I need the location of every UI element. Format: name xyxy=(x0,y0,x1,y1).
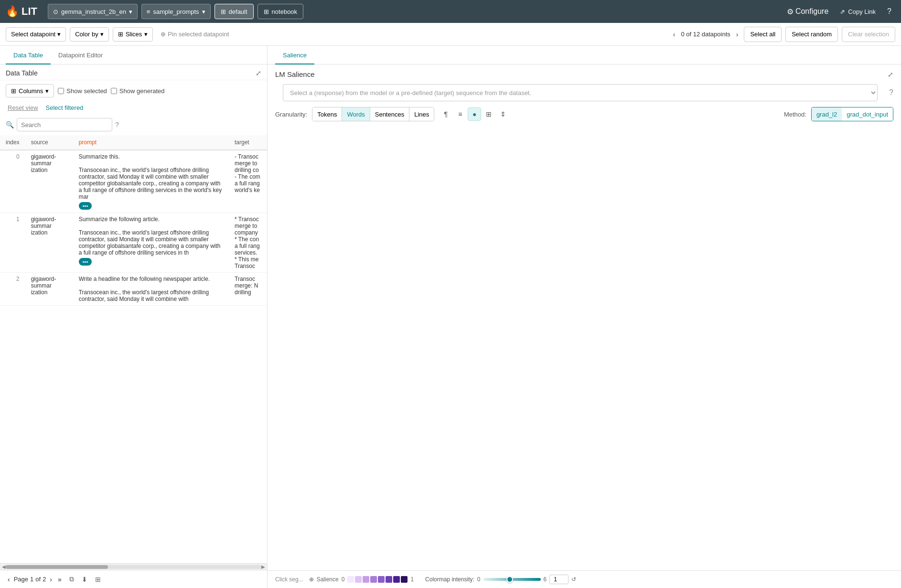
select-all-button[interactable]: Select all xyxy=(744,27,782,42)
copy-link-button[interactable]: ⇗ Copy Link xyxy=(836,6,880,17)
dataset-dropdown[interactable]: ≡ sample_prompts ▾ xyxy=(141,4,211,19)
adjust-icon[interactable]: ⇕ xyxy=(496,107,510,121)
prev-page-button[interactable]: ‹ xyxy=(6,575,12,584)
search-help-icon[interactable]: ? xyxy=(115,121,119,128)
color-by-button[interactable]: Color by ▾ xyxy=(70,27,108,42)
select-datapoint-chevron-icon: ▾ xyxy=(57,31,61,38)
page-current: 1 xyxy=(30,576,33,583)
circle-fill-icon[interactable]: ● xyxy=(468,107,481,121)
color-box-7 xyxy=(393,576,400,583)
reset-intensity-icon[interactable]: ↺ xyxy=(571,576,576,583)
select-datapoint-button[interactable]: Select datapoint ▾ xyxy=(6,27,66,42)
clear-selection-label: Clear selection xyxy=(848,31,889,38)
show-selected-checkbox[interactable] xyxy=(58,88,64,94)
search-input[interactable] xyxy=(17,118,112,131)
show-generated-checkbox[interactable] xyxy=(111,88,117,94)
colormap-row: Colormap intensity: 0 6 ↺ xyxy=(425,575,576,584)
row-0-more-button[interactable]: ••• xyxy=(79,202,92,210)
next-datapoint-button[interactable]: › xyxy=(734,30,740,39)
gran-btn-lines[interactable]: Lines xyxy=(409,107,434,121)
col-header-source: source xyxy=(25,135,73,150)
settings-table-button[interactable]: ⊞ xyxy=(93,575,103,584)
columns-button[interactable]: ⊞ Columns ▾ xyxy=(6,84,54,97)
tab-datapoint-editor[interactable]: Datapoint Editor xyxy=(51,46,110,64)
tab-salience[interactable]: Salience xyxy=(275,46,314,64)
select-random-button[interactable]: Select random xyxy=(785,27,838,42)
prev-datapoint-button[interactable]: ‹ xyxy=(671,30,677,39)
view-notebook-button[interactable]: ⊞ notebook xyxy=(257,4,304,19)
select-filtered-button[interactable]: Select filtered xyxy=(44,103,86,112)
list-icon[interactable]: ≡ xyxy=(453,107,467,121)
row-0-index: 0 xyxy=(0,150,25,213)
colormap-slider[interactable] xyxy=(483,578,541,581)
row-2-index: 2 xyxy=(0,273,25,306)
gran-btn-words[interactable]: Words xyxy=(342,107,370,121)
intensity-input[interactable] xyxy=(549,575,568,584)
salience-dropdown-row: Select a (response) from the model or a … xyxy=(275,84,893,101)
row-1-more-button[interactable]: ••• xyxy=(79,258,92,266)
click-seg-label: Click seg... xyxy=(275,576,303,583)
granularity-button-group: Tokens Words Sentences Lines xyxy=(312,107,434,121)
reset-view-button[interactable]: Reset view xyxy=(6,103,40,112)
right-panel: Salience LM Salience ⤢ Select a (respons… xyxy=(268,46,901,588)
tab-salience-label: Salience xyxy=(283,52,307,59)
app-title: LIT xyxy=(21,5,37,18)
table-actions: Reset view Select filtered xyxy=(0,101,267,116)
help-button[interactable]: ? xyxy=(883,5,895,18)
salience-sequence-dropdown[interactable]: Select a (response) from the model or a … xyxy=(283,84,878,101)
tab-data-table[interactable]: Data Table xyxy=(6,46,51,64)
data-table-scroll[interactable]: index source prompt target 0 gigaword-su… xyxy=(0,135,267,563)
download-table-button[interactable]: ⬇ xyxy=(80,575,89,584)
gear-icon: ⚙ xyxy=(787,7,794,16)
method-btn-grad-l2[interactable]: grad_l2 xyxy=(812,107,842,121)
show-selected-checkbox-label[interactable]: Show selected xyxy=(58,87,107,95)
method-btn-grad-dot-input[interactable]: grad_dot_input xyxy=(842,107,893,121)
page-separator: of xyxy=(35,576,41,583)
right-panel-tabs: Salience xyxy=(268,46,901,64)
table-row[interactable]: 0 gigaword-summar ization Summarize this… xyxy=(0,150,267,213)
row-0-target: - Transocmerge todrilling co- The coma f… xyxy=(229,150,267,213)
model-label: gemma_instruct_2b_en xyxy=(61,8,126,15)
copy-icon: ⧉ xyxy=(69,575,74,583)
next-page-button[interactable]: › xyxy=(48,575,54,584)
scroll-left-arrow[interactable]: ◀ xyxy=(2,564,6,569)
grid-icon: ⊞ xyxy=(221,8,226,15)
scroll-right-arrow[interactable]: ▶ xyxy=(261,564,265,569)
salience-legend: ⊕ Salience 0 1 xyxy=(309,576,414,583)
dataset-chevron-icon: ▾ xyxy=(202,8,205,15)
clear-selection-button[interactable]: Clear selection xyxy=(842,27,895,42)
show-generated-checkbox-label[interactable]: Show generated xyxy=(111,87,165,95)
paragraph-icon[interactable]: ¶ xyxy=(439,107,452,121)
copy-table-button[interactable]: ⧉ xyxy=(67,574,76,584)
page-navigation: ‹ Page 1 of 2 › » xyxy=(6,575,64,584)
table-controls: ⊞ Columns ▾ Show selected Show generated xyxy=(0,80,267,101)
granularity-label: Granularity: xyxy=(275,111,307,118)
table-row[interactable]: 1 gigaword-summar ization Summarize the … xyxy=(0,213,267,273)
color-box-8 xyxy=(401,576,408,583)
grid-icon[interactable]: ⊞ xyxy=(482,107,495,121)
expand-icon[interactable]: ⤢ xyxy=(256,69,261,77)
salience-help-icon[interactable]: ? xyxy=(889,88,893,97)
salience-expand-icon[interactable]: ⤢ xyxy=(888,71,893,78)
scroll-thumb[interactable] xyxy=(6,565,108,569)
page-total: 2 xyxy=(43,576,46,583)
gran-btn-sentences[interactable]: Sentences xyxy=(370,107,409,121)
dataset-icon: ≡ xyxy=(147,8,150,15)
table-row[interactable]: 2 gigaword-summar ization Write a headli… xyxy=(0,273,267,306)
show-selected-label: Show selected xyxy=(66,87,107,95)
select-random-label: Select random xyxy=(792,31,832,38)
select-datapoint-label: Select datapoint xyxy=(11,31,55,38)
model-dropdown[interactable]: ⊙ gemma_instruct_2b_en ▾ xyxy=(48,4,138,19)
color-by-label: Color by xyxy=(75,31,98,38)
gran-btn-tokens[interactable]: Tokens xyxy=(312,107,342,121)
view-notebook-label: notebook xyxy=(272,8,298,15)
pin-datapoint-button[interactable]: ⊕ Pin selected datapoint xyxy=(157,29,233,40)
last-page-button[interactable]: » xyxy=(56,575,64,584)
view-default-button[interactable]: ⊞ default xyxy=(215,4,254,19)
scroll-track[interactable] xyxy=(6,565,261,569)
slices-button[interactable]: ⊞ Slices ▾ xyxy=(113,27,153,42)
horizontal-scrollbar[interactable]: ◀ ▶ xyxy=(0,563,267,570)
configure-button[interactable]: ⚙ Configure xyxy=(783,5,832,18)
help-icon: ? xyxy=(887,7,891,16)
flame-icon: 🔥 xyxy=(6,5,19,18)
